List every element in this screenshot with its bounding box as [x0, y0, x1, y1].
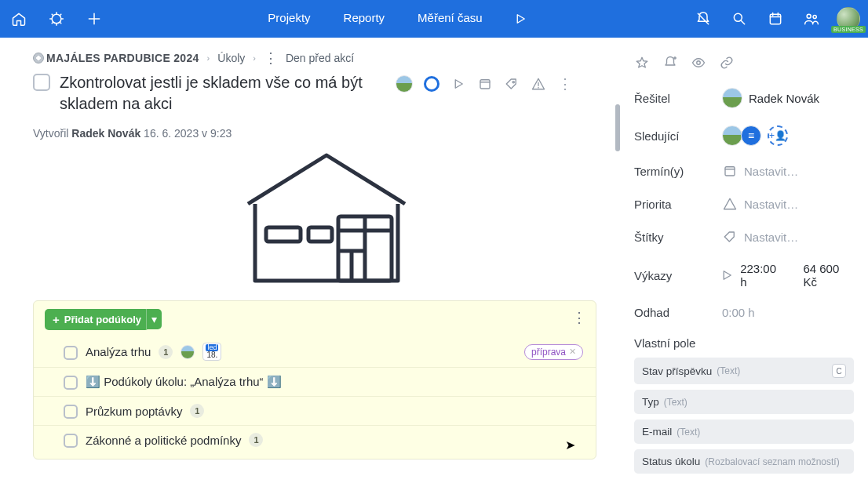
subtask-checkbox[interactable]	[64, 376, 78, 390]
play-icon[interactable]	[450, 76, 466, 92]
vykazy-hours: 223:00 h	[740, 262, 784, 289]
star-icon[interactable]	[634, 55, 650, 71]
bell-plus-icon[interactable]	[662, 55, 678, 71]
plus-icon[interactable]	[83, 8, 105, 30]
assignee-avatar[interactable]	[722, 88, 742, 108]
label-vykazy: Výkazy	[634, 269, 719, 282]
warning-icon[interactable]	[722, 196, 738, 212]
task-checkbox[interactable]	[33, 74, 50, 91]
task-meta: Vytvořil Radek Novák 16. 6. 2023 v 9:23	[33, 127, 620, 140]
subtask-count: 1	[190, 404, 204, 418]
subtask-checkbox[interactable]	[64, 405, 78, 419]
svg-point-10	[697, 61, 701, 65]
add-follower-button[interactable]: +👤	[768, 125, 788, 146]
svg-point-4	[813, 15, 816, 18]
subtask-title: Zákonné a politické podmínky	[86, 434, 241, 447]
custom-field[interactable]: Typ(Text)	[634, 390, 854, 414]
subtask-checkbox[interactable]	[64, 346, 78, 360]
svg-rect-7	[266, 227, 301, 242]
chevron-right-icon: ›	[253, 53, 256, 63]
subtasks-panel: +Přidat podúkoly▾ ⋮ Analýza trhu 1 led18…	[33, 300, 596, 459]
set-terminy[interactable]: Nastavit…	[744, 165, 798, 178]
subtask-row[interactable]: Zákonné a politické podmínky 1	[34, 425, 596, 454]
svg-rect-11	[725, 167, 735, 176]
follower-avatar[interactable]	[722, 125, 742, 146]
main-pane: MAJÁLES PARDUBICE 2024 › Úkoly › ⋮ Den p…	[0, 38, 620, 494]
svg-rect-2	[770, 14, 780, 24]
label-priorita: Priorita	[634, 198, 722, 211]
date-badge[interactable]: led18.	[202, 343, 221, 361]
chevron-right-icon: ›	[207, 53, 210, 63]
add-subtask-button[interactable]: +Přidat podúkoly	[45, 309, 149, 330]
calendar-icon[interactable]	[764, 8, 786, 30]
kebab-icon[interactable]: ⋮	[264, 54, 278, 62]
label-stitky: Štítky	[634, 231, 722, 244]
play-icon[interactable]	[509, 8, 531, 30]
svg-point-3	[807, 14, 811, 18]
scrollbar[interactable]	[615, 104, 620, 151]
crumb-tasks[interactable]: Úkoly	[217, 52, 245, 64]
label-odhad: Odhad	[634, 306, 722, 319]
odhad-value[interactable]: 0:00 h	[722, 306, 755, 319]
right-pane: Řešitel Radek Novák Sledující +👤 Termín(…	[620, 38, 868, 494]
kebab-icon[interactable]: ⋮	[557, 76, 573, 92]
custom-field[interactable]: E-mail(Text)	[634, 420, 854, 444]
gear-icon[interactable]	[46, 8, 67, 30]
subtask-row[interactable]: Analýza trhu 1 led18. příprava✕	[34, 336, 596, 367]
topbar: Projekty Reporty Měření času BUSINESS	[0, 0, 868, 38]
warning-icon[interactable]	[531, 76, 546, 92]
subtask-title: Průzkum poptávky	[86, 405, 182, 418]
assignee-avatar[interactable]	[181, 345, 195, 359]
calendar-icon[interactable]	[477, 76, 493, 92]
close-icon[interactable]: ✕	[569, 347, 576, 357]
subtask-row[interactable]: ⬇️ Podúkoly úkolu: „Analýza trhu“ ⬇️	[34, 367, 596, 396]
home-icon[interactable]	[8, 8, 30, 30]
vykazy-cost: 64 600 Kč	[803, 262, 854, 289]
nav-projects[interactable]: Projekty	[266, 8, 312, 30]
svg-point-6	[512, 82, 514, 83]
kebab-icon[interactable]: ⋮	[572, 309, 586, 326]
svg-rect-5	[480, 80, 490, 89]
follower-avatar[interactable]	[741, 125, 761, 146]
bell-icon[interactable]	[692, 8, 714, 30]
people-icon[interactable]	[801, 8, 822, 30]
subtask-checkbox[interactable]	[64, 434, 78, 448]
eye-icon[interactable]	[691, 55, 706, 71]
link-icon[interactable]	[719, 55, 735, 71]
subtask-title: Analýza trhu	[86, 345, 151, 358]
svg-rect-8	[308, 227, 332, 242]
subtask-title: ⬇️ Podúkoly úkolu: „Analýza trhu“ ⬇️	[86, 375, 282, 389]
breadcrumb: MAJÁLES PARDUBICE 2024 › Úkoly › ⋮ Den p…	[33, 52, 620, 64]
assignee-name[interactable]: Radek Novák	[749, 92, 819, 105]
search-icon[interactable]	[728, 8, 750, 30]
subtask-count: 1	[249, 433, 263, 447]
profile-avatar[interactable]: BUSINESS	[837, 7, 860, 31]
tag-icon[interactable]	[504, 76, 520, 92]
nav-reports[interactable]: Reporty	[342, 8, 387, 30]
set-priorita[interactable]: Nastavit…	[744, 198, 798, 211]
crumb-project[interactable]: MAJÁLES PARDUBICE 2024	[33, 52, 199, 64]
custom-field[interactable]: Status úkolu(Rozbalovací seznam možností…	[634, 449, 854, 474]
task-title[interactable]: Zkontrolovat jestli je skladem vše co má…	[60, 72, 381, 114]
label-sledujici: Sledující	[634, 129, 722, 143]
tag-icon[interactable]	[722, 229, 738, 245]
set-stitky[interactable]: Nastavit…	[744, 231, 798, 244]
play-icon[interactable]	[719, 267, 734, 283]
crumb-current[interactable]: Den před akcí	[286, 52, 354, 64]
field-badge: C	[832, 364, 846, 378]
calendar-icon[interactable]	[722, 163, 738, 179]
status-ring-icon[interactable]	[424, 76, 439, 92]
custom-field[interactable]: Stav příspěvku(Text)C	[634, 358, 854, 384]
svg-point-1	[734, 13, 742, 21]
business-tag: BUSINESS	[831, 26, 866, 33]
add-subtask-caret[interactable]: ▾	[146, 309, 162, 329]
subtask-row[interactable]: Průzkum poptávky 1	[34, 396, 596, 425]
label-terminy: Termín(y)	[634, 165, 722, 178]
nav-timetrack[interactable]: Měření času	[416, 8, 484, 30]
warehouse-illustration	[236, 149, 417, 286]
custom-fields-title: Vlastní pole	[634, 336, 854, 350]
label-resitel: Řešitel	[634, 92, 722, 105]
assignee-avatar[interactable]	[396, 75, 413, 93]
tag-chip[interactable]: příprava✕	[524, 344, 583, 360]
subtask-count: 1	[159, 345, 173, 359]
